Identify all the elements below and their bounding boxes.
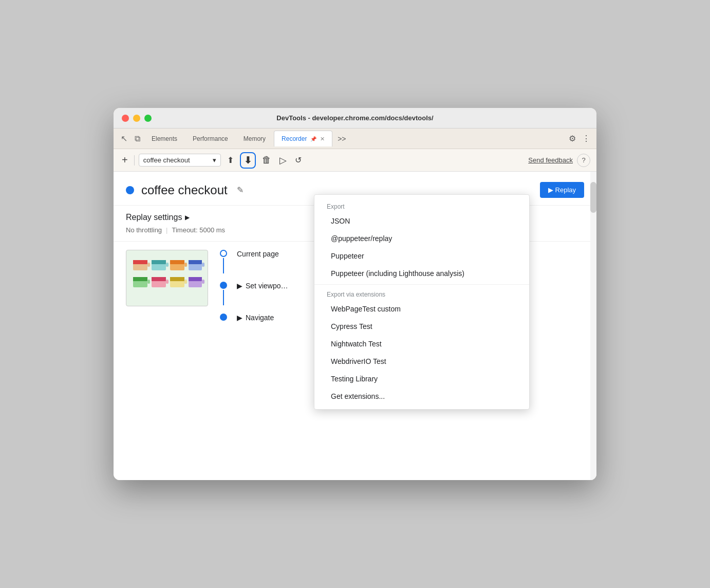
minimize-button[interactable] xyxy=(133,115,140,122)
tab-performance-label: Performance xyxy=(193,135,228,142)
trash-icon: 🗑 xyxy=(262,155,271,166)
tab-bar: ↖ ⧉ Elements Performance Memory Recorder… xyxy=(114,128,596,149)
replay-settings-label: Replay settings xyxy=(126,213,182,222)
svg-rect-15 xyxy=(147,280,150,284)
step-circle-1 xyxy=(220,250,227,257)
tab-elements-label: Elements xyxy=(152,135,177,142)
set-viewport-label: Set viewpo… xyxy=(246,282,288,290)
replay-settings-chevron: ▶ xyxy=(185,214,190,221)
svg-rect-5 xyxy=(152,260,166,264)
window-title: DevTools - developer.chrome.com/docs/dev… xyxy=(276,114,433,122)
replay-button[interactable]: ↺ xyxy=(293,153,304,167)
step-timeline-3 xyxy=(218,314,229,321)
recording-selector[interactable]: coffee checkout ▾ xyxy=(139,154,221,167)
svg-rect-20 xyxy=(170,277,184,281)
scrollbar-track xyxy=(590,172,596,480)
tab-recorder-label: Recorder xyxy=(282,135,307,142)
replay-icon: ↺ xyxy=(295,155,302,165)
tab-memory-label: Memory xyxy=(244,135,266,142)
svg-rect-17 xyxy=(152,277,166,281)
tab-memory[interactable]: Memory xyxy=(236,131,273,146)
svg-rect-11 xyxy=(189,260,202,264)
svg-rect-24 xyxy=(202,280,204,284)
traffic-lights xyxy=(122,115,152,122)
maximize-button[interactable] xyxy=(144,115,152,122)
download-icon: ⬇ xyxy=(244,155,252,166)
send-feedback-button[interactable]: Send feedback xyxy=(528,156,573,164)
export-upload-button[interactable]: ⬆ xyxy=(225,153,236,167)
recorder-toolbar: + coffee checkout ▾ ⬆ ⬇ 🗑 ▷ ↺ Send feedb… xyxy=(114,149,596,172)
upload-icon: ⬆ xyxy=(227,155,234,165)
layers-icon: ⧉ xyxy=(135,134,140,143)
recording-status-dot xyxy=(126,186,134,194)
no-throttling-label: No throttling xyxy=(126,226,162,234)
step-timeline-2 xyxy=(218,282,229,305)
step-circle-3 xyxy=(220,314,227,321)
close-button[interactable] xyxy=(122,115,129,122)
export-dropdown: Export JSON @puppeteer/replay Puppeteer … xyxy=(314,194,530,410)
step-chevron-viewport: ▶ xyxy=(237,282,242,290)
dropdown-separator xyxy=(314,284,529,285)
tab-recorder[interactable]: Recorder 📌 ✕ xyxy=(274,131,332,146)
step-line-1 xyxy=(223,258,224,273)
main-content: coffee checkout ✎ ▶ Replay Replay settin… xyxy=(114,172,596,480)
coffee-thumbnail-svg xyxy=(129,252,205,304)
toolbar-divider xyxy=(134,155,135,166)
replay-btn-label: ▶ Replay xyxy=(548,186,576,194)
settings-divider: | xyxy=(166,226,167,234)
svg-rect-18 xyxy=(166,280,169,284)
svg-rect-2 xyxy=(133,260,147,264)
scrollbar-thumb[interactable] xyxy=(590,182,596,213)
export-section-label: Export xyxy=(314,199,529,212)
export-get-extensions-item[interactable]: Get extensions... xyxy=(314,388,529,405)
more-options-button[interactable]: ⋮ xyxy=(580,132,592,145)
step-timeline-1 xyxy=(218,250,229,273)
svg-rect-8 xyxy=(170,260,184,264)
svg-rect-23 xyxy=(189,277,202,281)
tab-performance[interactable]: Performance xyxy=(185,131,235,146)
current-page-label: Current page xyxy=(237,250,279,258)
recording-thumbnail xyxy=(126,250,208,306)
svg-rect-9 xyxy=(184,263,187,267)
cursor-icon: ↖ xyxy=(121,134,127,143)
tab-elements[interactable]: Elements xyxy=(144,131,184,146)
play-icon: ▷ xyxy=(279,155,287,166)
gear-icon: ⚙ xyxy=(569,134,576,143)
export-json-item[interactable]: JSON xyxy=(314,212,529,230)
svg-rect-21 xyxy=(184,280,187,284)
thumbnail-area xyxy=(126,250,208,330)
tab-bar-right: ⚙ ⋮ xyxy=(567,132,592,145)
step-line-2 xyxy=(223,290,224,305)
edit-icon: ✎ xyxy=(237,186,244,194)
tab-close-icon[interactable]: ✕ xyxy=(320,136,325,142)
export-puppeteer-lighthouse-item[interactable]: Puppeteer (including Lighthouse analysis… xyxy=(314,265,529,282)
delete-recording-button[interactable]: 🗑 xyxy=(260,153,273,168)
export-cypress-item[interactable]: Cypress Test xyxy=(314,318,529,335)
export-puppeteer-item[interactable]: Puppeteer xyxy=(314,247,529,265)
navigate-label: Navigate xyxy=(246,314,274,322)
help-button[interactable]: ? xyxy=(577,154,590,167)
export-nightwatch-item[interactable]: Nightwatch Test xyxy=(314,335,529,353)
layers-button[interactable]: ⧉ xyxy=(132,132,143,145)
more-tabs-button[interactable]: >> xyxy=(333,133,350,145)
step-circle-2 xyxy=(220,282,227,289)
export-webdriverio-item[interactable]: WebdriverIO Test xyxy=(314,353,529,370)
settings-button[interactable]: ⚙ xyxy=(567,132,578,145)
export-via-extensions-label: Export via extensions xyxy=(314,287,529,300)
play-recording-button[interactable]: ▷ xyxy=(277,153,289,168)
add-icon: + xyxy=(122,154,128,166)
timeout-label: Timeout: 5000 ms xyxy=(172,226,225,234)
add-recording-button[interactable]: + xyxy=(120,152,130,168)
edit-title-button[interactable]: ✎ xyxy=(235,183,246,197)
replay-recording-button[interactable]: ▶ Replay xyxy=(540,182,584,198)
title-bar: DevTools - developer.chrome.com/docs/dev… xyxy=(114,108,596,128)
export-testing-library-item[interactable]: Testing Library xyxy=(314,370,529,388)
cursor-tool-button[interactable]: ↖ xyxy=(118,132,130,145)
svg-rect-3 xyxy=(147,263,150,267)
step-chevron-navigate: ▶ xyxy=(237,314,242,322)
export-webpagetest-item[interactable]: WebPageTest custom xyxy=(314,300,529,318)
export-puppeteer-replay-item[interactable]: @puppeteer/replay xyxy=(314,230,529,247)
export-download-button[interactable]: ⬇ xyxy=(240,152,256,169)
more-icon: ⋮ xyxy=(582,134,590,143)
recording-name: coffee checkout xyxy=(143,156,190,164)
